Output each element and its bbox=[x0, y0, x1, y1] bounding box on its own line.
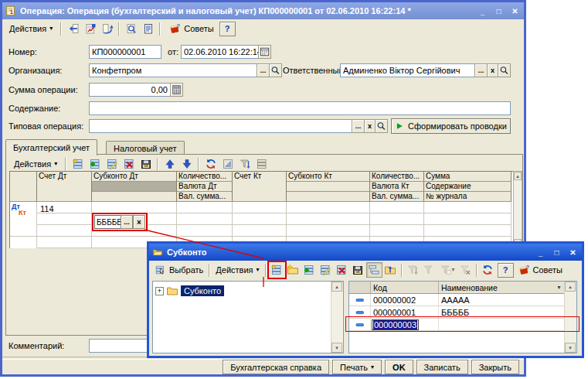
grid-header-qty-kt[interactable]: Количество... bbox=[370, 172, 424, 182]
new-group-icon[interactable] bbox=[285, 262, 301, 278]
move-down-icon[interactable] bbox=[178, 156, 195, 172]
grid-cell[interactable] bbox=[92, 202, 177, 213]
list-doc-icon[interactable] bbox=[140, 21, 156, 36]
tipovaya-ellipsis-button[interactable]: ... bbox=[352, 119, 365, 133]
select-button[interactable]: Выбрать bbox=[151, 261, 206, 278]
help-button[interactable]: ? bbox=[219, 22, 236, 36]
subkonto-clear-button[interactable]: × bbox=[133, 215, 145, 229]
subkonto-ellipsis-button[interactable]: ... bbox=[121, 215, 133, 229]
tips-button[interactable]: ? Советы bbox=[164, 20, 218, 37]
add-copy-icon[interactable] bbox=[87, 156, 103, 172]
list-cell-code[interactable]: 000000002 bbox=[371, 294, 439, 306]
grid-header-journal[interactable]: № журнала bbox=[424, 192, 512, 202]
grid-header-curr-sum-dt[interactable]: Вал. сумма... bbox=[177, 192, 233, 202]
scroll-up-icon[interactable]: ▲ bbox=[331, 282, 342, 292]
accounting-reference-button[interactable]: Бухгалтерская справка bbox=[223, 360, 329, 374]
tree-scrollbar[interactable]: ▲ ▼ bbox=[331, 282, 343, 353]
summa-input[interactable]: 0,00 bbox=[89, 83, 171, 97]
generate-postings-button[interactable]: Сформировать проводки bbox=[391, 118, 511, 134]
hierarchy-view-icon[interactable] bbox=[366, 262, 382, 278]
grid-cell[interactable] bbox=[424, 213, 512, 225]
actions-menu-button[interactable]: Действия ▾ bbox=[5, 22, 57, 36]
org-search-icon[interactable] bbox=[269, 63, 282, 77]
dialog-maximize-button[interactable]: □ bbox=[550, 247, 563, 258]
scroll-down-icon[interactable]: ▼ bbox=[331, 343, 342, 353]
post-doc-icon[interactable] bbox=[82, 21, 98, 36]
grid-cell[interactable] bbox=[287, 213, 370, 225]
list-cell-name[interactable]: ААААА bbox=[439, 294, 565, 306]
grid-header-curr-sum-kt[interactable]: Вал. сумма... bbox=[370, 192, 424, 202]
expand-icon[interactable]: + bbox=[155, 287, 164, 295]
edit-row-icon[interactable] bbox=[104, 156, 120, 172]
list-cell-name[interactable]: БББББ bbox=[439, 306, 565, 318]
parent-folder-icon[interactable] bbox=[382, 262, 399, 278]
grid-header-summa[interactable]: Сумма bbox=[424, 172, 512, 182]
finish-edit-icon[interactable]: ОК bbox=[138, 156, 154, 172]
delete-row-icon[interactable] bbox=[121, 156, 137, 172]
edit-item-icon[interactable] bbox=[318, 262, 334, 278]
grid-header-currency-kt[interactable]: Валюта Кт bbox=[370, 182, 424, 192]
grid-cell[interactable] bbox=[233, 225, 287, 237]
grid-cell[interactable] bbox=[370, 225, 424, 237]
list-header-code[interactable]: Код bbox=[371, 282, 439, 293]
refresh-icon[interactable] bbox=[202, 156, 219, 172]
dialog-close-button[interactable]: ✕ bbox=[566, 247, 580, 258]
print-button[interactable]: Печать ▾ bbox=[332, 360, 382, 374]
list-scrollbar[interactable]: ▲ ▼ bbox=[564, 282, 576, 353]
grid-cell[interactable] bbox=[424, 202, 512, 213]
filter-menu-icon[interactable]: ▾ bbox=[437, 262, 457, 278]
list-settings-icon[interactable] bbox=[219, 156, 236, 172]
tipovaya-input[interactable] bbox=[89, 119, 352, 133]
scroll-up-icon[interactable]: ▲ bbox=[565, 282, 576, 292]
grid-cell[interactable] bbox=[370, 202, 424, 213]
date-input[interactable]: 02.06.2010 16:22:14 bbox=[181, 45, 259, 59]
delete-item-icon[interactable] bbox=[334, 262, 350, 278]
grid-header-schet-kt[interactable]: Счет Кт bbox=[233, 172, 287, 202]
grid-cell[interactable] bbox=[233, 202, 287, 213]
grid-header-qty-dt[interactable]: Количество... bbox=[177, 172, 233, 182]
otv-input[interactable]: Админенко Віктор Сергійович bbox=[340, 63, 475, 77]
grid-row-indicator-cell[interactable] bbox=[10, 237, 37, 248]
finish-edit-icon[interactable]: ОК bbox=[350, 262, 366, 278]
grid-cell[interactable] bbox=[424, 225, 512, 237]
grid-header-soderzhanie[interactable]: Содержание bbox=[424, 182, 512, 192]
grid-cell[interactable] bbox=[37, 213, 92, 225]
tab-accounting[interactable]: Бухгалтерский учет bbox=[5, 139, 97, 155]
close-window-button[interactable]: Закрыть bbox=[471, 360, 519, 374]
tipovaya-search-icon[interactable] bbox=[375, 119, 388, 133]
forward-doc-icon[interactable] bbox=[99, 21, 115, 36]
dialog-minimize-button[interactable]: _ bbox=[534, 247, 547, 258]
grid-header-currency-dt[interactable]: Валюта Дт bbox=[177, 182, 233, 192]
grid-cell[interactable] bbox=[177, 213, 233, 225]
tipovaya-clear-button[interactable]: x bbox=[364, 119, 376, 133]
grid-cell[interactable] bbox=[37, 225, 92, 237]
filter-icon[interactable] bbox=[421, 262, 437, 278]
move-up-icon[interactable] bbox=[161, 156, 178, 172]
calculator-icon[interactable] bbox=[170, 83, 183, 97]
minimize-button[interactable]: _ bbox=[476, 5, 489, 17]
grid-cell[interactable] bbox=[37, 237, 92, 248]
grid-cell[interactable] bbox=[370, 213, 424, 225]
maximize-button[interactable]: □ bbox=[492, 5, 505, 17]
grid-cell[interactable] bbox=[177, 202, 233, 213]
list-row[interactable]: 000000002 ААААА bbox=[349, 294, 565, 306]
print-list-icon[interactable] bbox=[253, 156, 270, 172]
dialog-tips-button[interactable]: ? Советы bbox=[515, 261, 565, 278]
close-button[interactable]: ✕ bbox=[508, 5, 522, 17]
grid-header-subkonto-kt[interactable]: Субконто Кт bbox=[287, 172, 370, 182]
dialog-help-button[interactable]: ? bbox=[498, 263, 514, 278]
org-ellipsis-button[interactable]: ... bbox=[257, 63, 270, 77]
tree-node-subconto[interactable]: + Субконто bbox=[153, 282, 343, 300]
code-edit-field[interactable]: 000000003 bbox=[372, 319, 419, 330]
back-doc-icon[interactable] bbox=[65, 21, 81, 36]
sort-icon[interactable] bbox=[236, 156, 253, 172]
grid-cell[interactable] bbox=[233, 213, 287, 225]
list-row[interactable]: 000000001 БББББ bbox=[349, 306, 565, 319]
dialog-actions-menu-button[interactable]: Действия ▾ bbox=[212, 263, 262, 277]
list-header-name[interactable]: Наименование ▼ bbox=[439, 282, 565, 293]
grid-actions-menu-button[interactable]: Действия ▾ bbox=[9, 157, 62, 171]
otv-search-icon[interactable] bbox=[498, 63, 511, 77]
grid-cell[interactable] bbox=[287, 225, 370, 237]
subkonto-dt-input[interactable]: БББББ bbox=[94, 215, 121, 229]
add-row-icon[interactable] bbox=[70, 156, 86, 172]
